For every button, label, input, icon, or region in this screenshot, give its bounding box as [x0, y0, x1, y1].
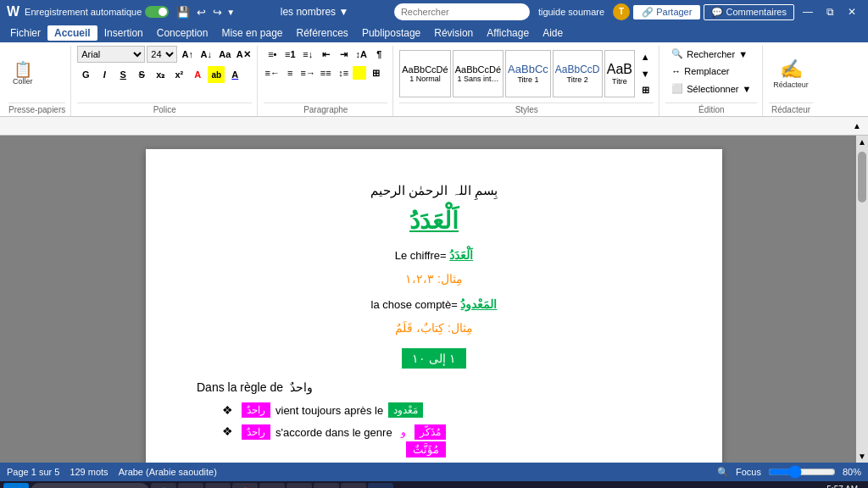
bullet2-content: راحدٌ s'accorde dans le genre و مُذَكَّر…	[242, 424, 446, 456]
rechercher-dropdown-icon: ▼	[738, 49, 748, 59]
search-input[interactable]	[394, 3, 530, 20]
word-logo-icon: W	[7, 4, 19, 19]
minimize-button[interactable]: —	[798, 4, 818, 19]
style-normal-preview: AaBbCcDé	[402, 64, 448, 75]
paste-button[interactable]: 📋 Coller	[8, 59, 37, 88]
numbering-button[interactable]: ≡1	[281, 46, 298, 63]
styles-content: AaBbCcDé 1 Normal AaBbCcDé 1 Sans int… A…	[399, 46, 654, 101]
bullet2-row1: راحدٌ s'accorde dans le genre و مُذَكَّر	[242, 424, 446, 440]
vertical-scrollbar[interactable]: ▲ ▼	[856, 136, 868, 463]
focus-icon[interactable]: 🔍	[717, 467, 729, 478]
taskbar-search[interactable]: 🔍 Rechercher	[31, 483, 149, 488]
shrink-font-button[interactable]: A↓	[198, 46, 214, 63]
close-button[interactable]: ✕	[843, 4, 861, 19]
show-marks-button[interactable]: ¶	[370, 46, 387, 63]
title-bar: W Enregistrement automatique 💾 ↩ ↪ ▼ les…	[0, 0, 868, 24]
paste-icon: 📋	[14, 62, 32, 77]
superscript-button[interactable]: x²	[170, 66, 187, 83]
restore-button[interactable]: ⧉	[821, 4, 839, 19]
styles-up-button[interactable]: ▲	[637, 48, 654, 65]
menu-references[interactable]: Références	[290, 25, 355, 41]
bold-button[interactable]: G	[77, 66, 94, 83]
multilevel-button[interactable]: ≡↓	[299, 46, 316, 63]
subscript-button[interactable]: x₂	[152, 66, 169, 83]
font-color-button[interactable]: A	[189, 66, 206, 83]
menu-publipostage[interactable]: Publipostage	[355, 25, 427, 41]
undo-button[interactable]: ↩	[194, 4, 209, 20]
word-count: 129 mots	[70, 467, 108, 477]
clear-format-button[interactable]: A✕	[235, 46, 252, 63]
style-normal[interactable]: AaBbCcDé 1 Normal	[399, 50, 450, 97]
increase-indent-button[interactable]: ⇥	[335, 46, 352, 63]
taskbar-file-explorer[interactable]: 📁	[205, 483, 231, 488]
case-button[interactable]: Aa	[216, 46, 233, 63]
bullets-button[interactable]: ≡•	[264, 46, 281, 63]
menu-fichier[interactable]: Fichier	[3, 25, 47, 41]
decrease-indent-button[interactable]: ⇤	[317, 46, 334, 63]
style-titre[interactable]: AaB Titre	[604, 50, 636, 97]
taskbar-onenote[interactable]: N	[287, 483, 312, 488]
shading-button[interactable]	[353, 66, 366, 80]
expand-qa-icon[interactable]: ▼	[226, 8, 235, 17]
bullet2-hl1: راحدٌ	[242, 424, 270, 440]
comments-button[interactable]: 💬 Commentaires	[704, 4, 794, 20]
align-center-button[interactable]: ≡	[281, 64, 298, 81]
redacteur-button[interactable]: ✍️ Rédacteur	[769, 56, 813, 92]
taskbar-teams[interactable]: 📹	[178, 483, 203, 488]
highlight-button[interactable]: ab	[208, 66, 225, 83]
taskbar-edge[interactable]: 🌐	[151, 483, 176, 488]
scroll-up-button[interactable]: ▲	[856, 136, 868, 148]
menu-revision[interactable]: Révision	[427, 25, 480, 41]
style-titre1[interactable]: AaBbCc Titre 1	[505, 50, 551, 97]
title-bar-left: W Enregistrement automatique 💾 ↩ ↪ ▼	[7, 4, 235, 20]
strikethrough-button[interactable]: S	[133, 66, 150, 83]
style-sans-interligne[interactable]: AaBbCcDé 1 Sans int…	[453, 50, 504, 97]
menu-conception[interactable]: Conception	[150, 25, 215, 41]
borders-button[interactable]: ⊞	[367, 64, 384, 81]
styles-expand-button[interactable]: ⊞	[637, 82, 654, 99]
taskbar-word[interactable]: W	[368, 483, 393, 488]
font-group: Arial 24 A↑ A↓ Aa A✕ G I S S x₂ x² A ab …	[72, 46, 258, 116]
style-titre2[interactable]: AaBbCcD Titre 2	[553, 50, 603, 97]
line-spacing-button[interactable]: ↕≡	[335, 64, 352, 81]
justify-button[interactable]: ≡≡	[317, 64, 334, 81]
zoom-slider[interactable]	[768, 465, 836, 479]
autosave-toggle[interactable]: Enregistrement automatique	[25, 6, 169, 18]
taskbar-powerpoint[interactable]: P	[341, 483, 366, 488]
share-button[interactable]: 🔗 Partager	[633, 5, 700, 19]
sort-button[interactable]: ↕A	[353, 46, 370, 63]
grow-font-button[interactable]: A↑	[179, 46, 196, 63]
taskbar-excel[interactable]: X	[259, 483, 285, 488]
focus-label: Focus	[736, 467, 761, 477]
font-name-select[interactable]: Arial	[77, 46, 145, 63]
align-right-button[interactable]: ≡→	[299, 64, 316, 81]
align-left-button[interactable]: ≡←	[264, 64, 281, 81]
italic-button[interactable]: I	[96, 66, 113, 83]
rechercher-button[interactable]: 🔍 Rechercher ▼	[665, 46, 757, 62]
rule-intro: Dans la règle de واحدٌ	[197, 380, 671, 394]
taskbar-chrome[interactable]: 🔴	[232, 483, 258, 488]
selectionner-button[interactable]: ⬜ Sélectionner ▼	[665, 80, 757, 97]
taskbar-outlook[interactable]: O	[314, 483, 339, 488]
menu-aide[interactable]: Aide	[536, 25, 570, 41]
status-bar: Page 1 sur 5 129 mots Arabe (Arabie saou…	[0, 463, 868, 481]
ruler-collapse-button[interactable]: ▲	[853, 121, 861, 130]
start-button[interactable]: ⊞	[3, 483, 29, 488]
redo-button[interactable]: ↪	[210, 4, 225, 20]
text-color-button[interactable]: A	[226, 66, 243, 83]
scroll-thumb[interactable]	[858, 152, 866, 202]
menu-accueil[interactable]: Accueil	[47, 25, 97, 41]
remplacer-button[interactable]: ↔ Remplacer	[665, 64, 757, 79]
underline-button[interactable]: S	[114, 66, 131, 83]
dropdown-icon[interactable]: ▼	[338, 6, 348, 18]
ribbon: 📋 Coller Presse-papiers Arial 24 A↑ A↓ A…	[0, 42, 868, 117]
scroll-down-button[interactable]: ▼	[856, 450, 868, 463]
font-size-select[interactable]: 24	[147, 46, 177, 63]
styles-down-button[interactable]: ▼	[637, 65, 654, 82]
save-button[interactable]: 💾	[174, 4, 192, 20]
font-row-2: G I S S x₂ x² A ab A	[77, 66, 252, 83]
menu-mise-en-page[interactable]: Mise en page	[214, 25, 289, 41]
rechercher-label: Rechercher	[687, 49, 735, 59]
menu-affichage[interactable]: Affichage	[480, 25, 536, 41]
menu-insertion[interactable]: Insertion	[97, 25, 150, 41]
